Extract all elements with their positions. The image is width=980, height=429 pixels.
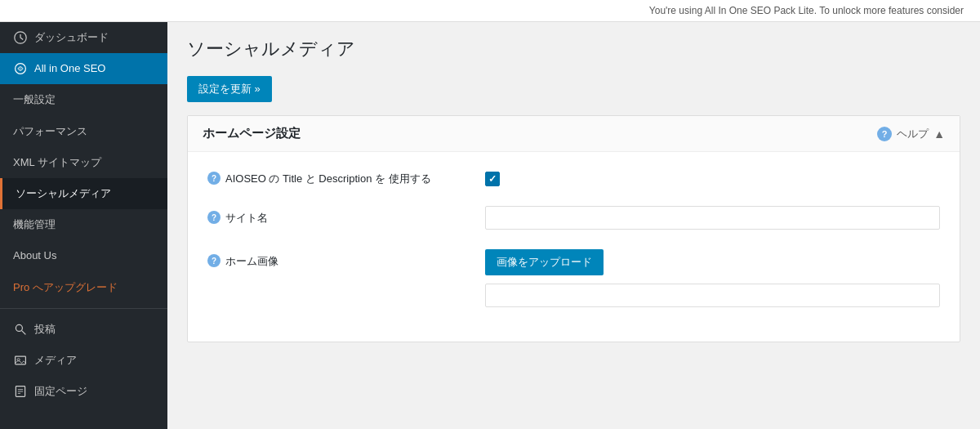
sidebar-item-performance[interactable]: パフォーマンス [0, 116, 167, 147]
site-name-label: ? サイト名 [207, 206, 469, 226]
home-image-control: 画像をアップロード [485, 249, 940, 307]
xml-label: XML サイトマップ [13, 155, 101, 170]
sidebar: ダッシュボード All in One SEO 一般設定 パフォーマンス XML … [0, 22, 167, 429]
dashboard-label: ダッシュボード [34, 30, 109, 45]
features-label: 機能管理 [13, 217, 56, 232]
pages-icon [13, 384, 28, 399]
site-name-label-text: サイト名 [225, 211, 268, 226]
checkbox-help-icon[interactable]: ? [207, 172, 220, 185]
media-label: メディア [34, 353, 77, 368]
sidebar-item-xml[interactable]: XML サイトマップ [0, 147, 167, 178]
page-header: ソーシャルメディア [167, 22, 980, 69]
upgrade-label: Pro へアップグレード [13, 280, 118, 295]
section-header-right: ? ヘルプ ▲ [877, 127, 945, 141]
svg-line-3 [22, 330, 26, 334]
sidebar-item-features[interactable]: 機能管理 [0, 209, 167, 240]
checkbox-field-label: ? AIOSEO の Title と Description を 使用する [207, 167, 469, 186]
notice-bar: You're using All In One SEO Pack Lite. T… [0, 0, 980, 22]
performance-label: パフォーマンス [13, 124, 87, 139]
sidebar-item-posts[interactable]: 投稿 [0, 314, 167, 345]
media-icon [13, 353, 28, 368]
homepage-settings-section: ホームページ設定 ? ヘルプ ▲ ? AIOSEO の Title と Desc… [187, 115, 960, 342]
sidebar-item-dashboard[interactable]: ダッシュボード [0, 22, 167, 53]
collapse-arrow-icon[interactable]: ▲ [933, 127, 945, 141]
sidebar-item-plugin[interactable]: All in One SEO [0, 53, 167, 84]
sidebar-item-social[interactable]: ソーシャルメディア [0, 178, 167, 209]
svg-rect-4 [16, 356, 26, 364]
upload-image-button[interactable]: 画像をアップロード [485, 249, 604, 275]
sidebar-item-general[interactable]: 一般設定 [0, 84, 167, 115]
about-label: About Us [13, 248, 56, 263]
content-area: ソーシャルメディア 設定を更新 » ホームページ設定 ? ヘルプ ▲ ? AIO… [167, 22, 980, 429]
help-label: ヘルプ [897, 127, 929, 141]
home-image-label-text: ホーム画像 [225, 254, 278, 269]
sidebar-item-about[interactable]: About Us [0, 240, 167, 271]
section-header: ホームページ設定 ? ヘルプ ▲ [188, 116, 960, 152]
dashboard-icon [13, 30, 28, 45]
form-row-site-name: ? サイト名 [207, 206, 940, 230]
section-title: ホームページ設定 [203, 126, 301, 141]
sidebar-divider [0, 308, 167, 309]
home-image-label: ? ホーム画像 [207, 249, 469, 269]
update-settings-button[interactable]: 設定を更新 » [187, 76, 272, 102]
home-image-help-icon[interactable]: ? [207, 254, 220, 267]
general-label: 一般設定 [13, 92, 56, 107]
help-icon[interactable]: ? [877, 127, 892, 141]
notice-text: You're using All In One SEO Pack Lite. T… [649, 5, 964, 16]
svg-point-2 [16, 324, 22, 331]
use-aioseo-checkbox[interactable] [485, 172, 500, 186]
checkbox-label-text: AIOSEO の Title と Description を 使用する [225, 172, 431, 186]
pages-label: 固定ページ [34, 384, 87, 399]
form-row-checkbox: ? AIOSEO の Title と Description を 使用する [207, 167, 940, 186]
sidebar-item-upgrade[interactable]: Pro へアップグレード [0, 272, 167, 303]
section-body: ? AIOSEO の Title と Description を 使用する ? … [188, 152, 960, 342]
social-label: ソーシャルメディア [16, 186, 111, 201]
plugin-label: All in One SEO [34, 61, 105, 76]
checkbox-control [485, 167, 940, 186]
site-name-control [485, 206, 940, 230]
site-name-help-icon[interactable]: ? [207, 211, 220, 224]
posts-icon [13, 322, 28, 337]
sidebar-item-media[interactable]: メディア [0, 345, 167, 376]
form-row-home-image: ? ホーム画像 画像をアップロード [207, 249, 940, 307]
sidebar-item-pages[interactable]: 固定ページ [0, 376, 167, 407]
page-title: ソーシャルメディア [187, 37, 960, 61]
home-image-url-input[interactable] [485, 284, 940, 307]
site-name-input[interactable] [485, 206, 940, 230]
seo-plugin-icon [13, 61, 28, 76]
posts-label: 投稿 [34, 322, 56, 337]
